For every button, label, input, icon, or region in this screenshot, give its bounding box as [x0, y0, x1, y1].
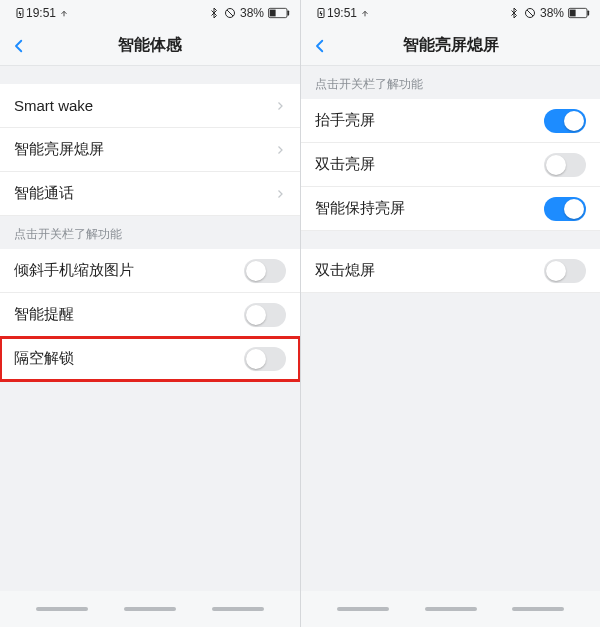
dnd-icon [224, 7, 236, 19]
bluetooth-icon [508, 7, 520, 19]
svg-rect-6 [287, 10, 289, 15]
toggle-smart-keep-on[interactable] [544, 197, 586, 221]
row-smart-call[interactable]: 智能通话 [0, 172, 300, 216]
phone-left: 19:51 38% 智能体感 Smart wake 智能亮屏熄屏 [0, 0, 300, 627]
battery-percent: 38% [540, 6, 564, 20]
nav-header: 智能体感 [0, 26, 300, 66]
row-double-tap-wake[interactable]: 双击亮屏 [301, 143, 600, 187]
upload-icon [59, 8, 69, 18]
row-label: 智能通话 [14, 184, 274, 203]
toggle-tilt-zoom[interactable] [244, 259, 286, 283]
row-raise-to-wake[interactable]: 抬手亮屏 [301, 99, 600, 143]
phone-right: 19:51 38% 智能亮屏熄屏 点击开关栏了解功能 抬手亮屏 双击亮屏 [300, 0, 600, 627]
nav-pill[interactable] [36, 607, 88, 611]
row-smart-keep-on[interactable]: 智能保持亮屏 [301, 187, 600, 231]
nav-pill[interactable] [212, 607, 264, 611]
row-smart-screen[interactable]: 智能亮屏熄屏 [0, 128, 300, 172]
system-nav-bar [301, 591, 600, 627]
nav-pill[interactable] [425, 607, 477, 611]
upload-icon [360, 8, 370, 18]
toggle-raise-to-wake[interactable] [544, 109, 586, 133]
row-air-unlock[interactable]: 隔空解锁 [0, 337, 300, 381]
row-label: 智能保持亮屏 [315, 199, 544, 218]
toggle-smart-remind[interactable] [244, 303, 286, 327]
battery-charging-icon [14, 7, 26, 19]
status-bar: 19:51 38% [301, 0, 600, 26]
row-label: 双击熄屏 [315, 261, 544, 280]
nav-header: 智能亮屏熄屏 [301, 26, 600, 66]
svg-line-3 [227, 10, 233, 16]
row-tilt-zoom[interactable]: 倾斜手机缩放图片 [0, 249, 300, 293]
settings-list: 点击开关栏了解功能 抬手亮屏 双击亮屏 智能保持亮屏 双击熄屏 [301, 66, 600, 591]
row-smart-wake[interactable]: Smart wake [0, 84, 300, 128]
status-bar: 19:51 38% [0, 0, 300, 26]
nav-pill[interactable] [337, 607, 389, 611]
svg-rect-12 [570, 10, 576, 17]
row-smart-remind[interactable]: 智能提醒 [0, 293, 300, 337]
toggle-double-tap-sleep[interactable] [544, 259, 586, 283]
chevron-right-icon [274, 100, 286, 112]
row-label: 双击亮屏 [315, 155, 544, 174]
status-time: 19:51 [26, 6, 56, 20]
section-hint: 点击开关栏了解功能 [0, 216, 300, 249]
row-label: 抬手亮屏 [315, 111, 544, 130]
battery-charging-icon [315, 7, 327, 19]
system-nav-bar [0, 591, 300, 627]
row-label: 智能提醒 [14, 305, 244, 324]
svg-line-10 [527, 10, 533, 16]
row-label: 隔空解锁 [14, 349, 244, 368]
nav-pill[interactable] [512, 607, 564, 611]
svg-rect-5 [270, 10, 276, 17]
nav-pill[interactable] [124, 607, 176, 611]
battery-icon [268, 7, 290, 19]
row-label: Smart wake [14, 97, 274, 114]
battery-icon [568, 7, 590, 19]
page-title: 智能体感 [10, 35, 290, 56]
dnd-icon [524, 7, 536, 19]
row-double-tap-sleep[interactable]: 双击熄屏 [301, 249, 600, 293]
settings-list: Smart wake 智能亮屏熄屏 智能通话 点击开关栏了解功能 倾斜手机缩放图… [0, 66, 300, 591]
toggle-double-tap-wake[interactable] [544, 153, 586, 177]
svg-rect-13 [587, 10, 589, 15]
toggle-air-unlock[interactable] [244, 347, 286, 371]
page-title: 智能亮屏熄屏 [311, 35, 590, 56]
section-hint: 点击开关栏了解功能 [301, 66, 600, 99]
chevron-right-icon [274, 144, 286, 156]
status-time: 19:51 [327, 6, 357, 20]
chevron-right-icon [274, 188, 286, 200]
battery-percent: 38% [240, 6, 264, 20]
row-label: 倾斜手机缩放图片 [14, 261, 244, 280]
row-label: 智能亮屏熄屏 [14, 140, 274, 159]
bluetooth-icon [208, 7, 220, 19]
